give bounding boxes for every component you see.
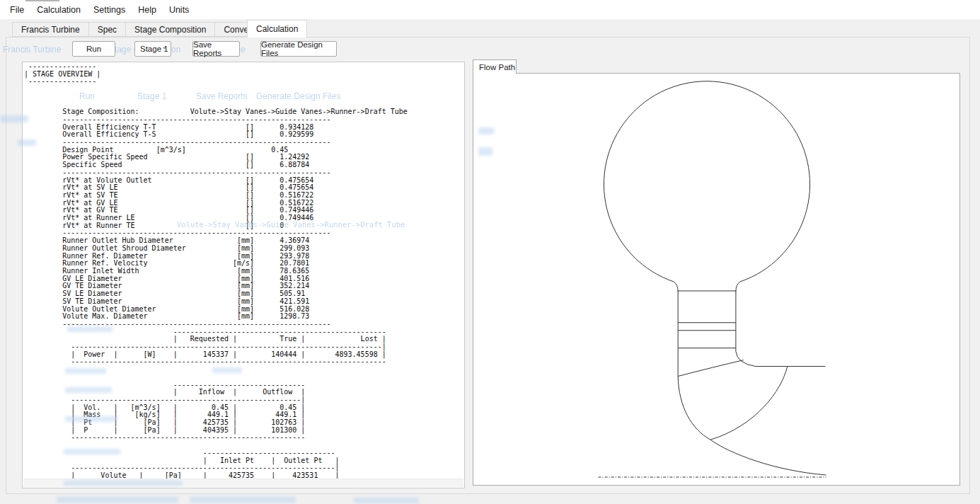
titlebar-remnant-smudge xyxy=(25,0,59,1)
tab-spec[interactable]: Spec xyxy=(88,22,126,37)
volute-circle-arc xyxy=(604,81,809,282)
menu-settings[interactable]: Settings xyxy=(87,2,132,18)
horizontal-scrollbar[interactable] xyxy=(23,479,463,487)
menu-bar: File Calculation Settings Help Units xyxy=(0,0,980,19)
menu-calculation[interactable]: Calculation xyxy=(30,2,87,18)
application-window: File Calculation Settings Help Units Fra… xyxy=(0,0,980,504)
volute-neck-fillet-left xyxy=(674,282,678,292)
run-button[interactable]: Run xyxy=(72,41,115,57)
tab-calculation[interactable]: Calculation xyxy=(247,20,307,38)
stage-overview-report-panel: ---------------- | STAGE OVERVIEW | ----… xyxy=(22,62,465,488)
runner-trailing-edge-curve xyxy=(710,367,788,440)
menu-file[interactable]: File xyxy=(4,2,30,18)
tab-stage-composition[interactable]: Stage Composition xyxy=(125,22,215,37)
shroud-draft-tube-wall xyxy=(678,377,826,476)
chevron-down-icon: ⌄ xyxy=(161,43,167,50)
generate-design-files-button[interactable]: Generate Design Files xyxy=(260,41,337,57)
menu-help[interactable]: Help xyxy=(132,2,163,18)
crown-fillet-and-line xyxy=(736,352,826,367)
main-tab-strip: Francis Turbine Spec Stage Composition C… xyxy=(13,22,284,37)
tab-francis-turbine[interactable]: Francis Turbine xyxy=(12,22,89,37)
flow-path-diagram xyxy=(473,74,959,485)
tab-flow-path[interactable]: Flow Path xyxy=(473,59,517,74)
stage-selector-dropdown[interactable]: Stage 1 ⌄ xyxy=(134,41,171,57)
flow-path-tab-label: Flow Path xyxy=(479,63,515,71)
menu-units[interactable]: Units xyxy=(163,2,195,18)
flow-path-panel xyxy=(473,73,960,486)
report-text: ---------------- | STAGE OVERVIEW | ----… xyxy=(23,62,464,480)
runner-leading-edge xyxy=(678,360,744,377)
save-reports-button[interactable]: Save Reports xyxy=(192,41,240,57)
volute-neck-fillet-right xyxy=(736,282,740,292)
